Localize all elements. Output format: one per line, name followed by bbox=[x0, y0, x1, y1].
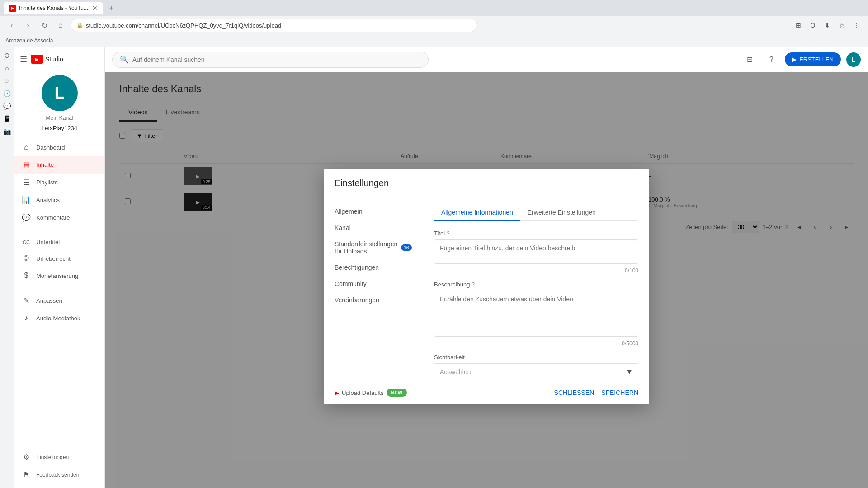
back-button[interactable]: ‹ bbox=[5, 19, 18, 32]
sidebar-item-inhalte[interactable]: ▦ Inhalte bbox=[14, 156, 104, 174]
anpassen-icon: ✎ bbox=[22, 296, 31, 305]
tab-favicon: ▶ bbox=[9, 5, 16, 12]
visibility-select[interactable]: Auswählen Öffentlich Nicht gelistet Priv… bbox=[434, 363, 638, 380]
tab-title: Inhalte des Kanals - YouTu... bbox=[19, 5, 88, 11]
dashboard-icon: ⌂ bbox=[22, 143, 31, 151]
tab-close-button[interactable]: ✕ bbox=[92, 5, 98, 12]
sidebar-whatsapp-icon[interactable]: 📱 bbox=[2, 114, 12, 124]
browser-actions: ⊞ O ⬇ ☆ ⋮ bbox=[792, 19, 863, 32]
save-button[interactable]: SPEICHERN bbox=[601, 389, 638, 396]
sidebar-divider-2 bbox=[14, 288, 104, 288]
upload-defaults-icon: ▶ bbox=[335, 389, 339, 396]
standardeinstellungen-badge: 16 bbox=[401, 244, 412, 251]
apps-icon-btn[interactable]: ⊞ bbox=[741, 52, 758, 68]
sidebar-instagram-icon[interactable]: 📷 bbox=[2, 127, 12, 136]
menu-button[interactable]: ⋮ bbox=[850, 19, 863, 32]
upload-defaults-label: Upload Defaults bbox=[342, 389, 384, 396]
bookmark-bar: Amazon.de Associa... bbox=[0, 34, 868, 47]
modal-nav-standardeinstellungen[interactable]: Standardeinstellungen für Uploads 16 bbox=[324, 236, 423, 259]
title-input[interactable] bbox=[434, 239, 638, 264]
sidebar-nav: ⌂ Dashboard ▦ Inhalte ☰ Playlists 📊 Anal… bbox=[14, 139, 104, 327]
profile-button[interactable]: O bbox=[807, 19, 819, 32]
sidebar-bookmark-icon[interactable]: ☆ bbox=[2, 76, 12, 86]
settings-modal: Einstellungen Allgemein Kanal Standardei… bbox=[324, 169, 649, 404]
browser-controls: ‹ › ↻ ⌂ 🔒 studio.youtube.com/channel/UCo… bbox=[0, 16, 868, 34]
search-input[interactable] bbox=[132, 56, 421, 63]
monetarisierung-icon: $ bbox=[22, 272, 31, 280]
lock-icon: 🔒 bbox=[76, 22, 83, 28]
sidebar-item-untertitel[interactable]: CC Untertitel bbox=[14, 234, 104, 250]
studio-sidebar: ☰ Studio L Mein Kanal LetsPlay1234 ⌂ Das… bbox=[14, 47, 105, 488]
channel-label-text: Mein Kanal bbox=[46, 115, 73, 121]
modal-nav-vereinbarungen[interactable]: Vereinbarungen bbox=[324, 292, 423, 308]
sidebar-messenger-icon[interactable]: 💬 bbox=[2, 101, 12, 111]
title-label: Titel ? bbox=[434, 230, 638, 237]
channel-avatar: L bbox=[42, 75, 78, 111]
youtube-logo-icon bbox=[31, 55, 43, 64]
sidebar-item-audio[interactable]: ♪ Audio-Mediathek bbox=[14, 310, 104, 327]
new-tab-button[interactable]: + bbox=[105, 2, 118, 14]
create-button[interactable]: ▶ ERSTELLEN bbox=[785, 52, 841, 66]
sidebar-item-dashboard[interactable]: ⌂ Dashboard bbox=[14, 139, 104, 156]
sidebar-item-playlists[interactable]: ☰ Playlists bbox=[14, 174, 104, 191]
amazon-bookmark[interactable]: Amazon.de Associa... bbox=[5, 38, 57, 44]
modal-tab-allgemeine-info[interactable]: Allgemeine Informationen bbox=[434, 205, 520, 221]
create-label: ERSTELLEN bbox=[799, 56, 834, 63]
address-bar[interactable]: 🔒 studio.youtube.com/channel/UCocN6zQPHQ… bbox=[71, 19, 477, 32]
sidebar-item-einstellungen[interactable]: ⚙ Einstellungen bbox=[14, 448, 104, 466]
modal-tab-erweiterte[interactable]: Erweiterte Einstellungen bbox=[520, 205, 603, 221]
kommentare-icon: 💬 bbox=[22, 213, 31, 222]
modal-header: Einstellungen bbox=[324, 169, 649, 196]
browser-tab[interactable]: ▶ Inhalte des Kanals - YouTu... ✕ bbox=[4, 2, 103, 14]
sidebar-item-anpassen[interactable]: ✎ Anpassen bbox=[14, 292, 104, 310]
sidebar-item-monetarisierung[interactable]: $ Monetarisierung bbox=[14, 267, 104, 284]
modal-nav-community[interactable]: Community bbox=[324, 276, 423, 292]
sidebar-opera-icon[interactable]: O bbox=[2, 51, 12, 61]
modal-nav-allgemein[interactable]: Allgemein bbox=[324, 203, 423, 220]
modal-content-area: Allgemeine Informationen Erweiterte Eins… bbox=[423, 196, 649, 381]
sidebar-item-analytics[interactable]: 📊 Analytics bbox=[14, 191, 104, 209]
sidebar-label-einstellungen: Einstellungen bbox=[36, 454, 69, 460]
upload-defaults-button[interactable]: ▶ Upload Defaults NEW bbox=[335, 389, 407, 397]
home-button[interactable]: ⌂ bbox=[54, 19, 67, 32]
studio-label: Studio bbox=[45, 56, 63, 63]
modal-sidebar: Allgemein Kanal Standardeinstellungen fü… bbox=[324, 196, 423, 381]
sidebar-label-feedback: Feedback senden bbox=[36, 472, 79, 478]
description-field: Beschreibung ? 0/5000 bbox=[434, 281, 638, 347]
search-box[interactable]: 🔍 bbox=[112, 52, 429, 68]
title-help-icon[interactable]: ? bbox=[447, 230, 450, 237]
sidebar-item-urheberrecht[interactable]: © Urheberrecht bbox=[14, 250, 104, 267]
sidebar-item-more[interactable]: ••• bbox=[14, 483, 104, 488]
description-help-icon[interactable]: ? bbox=[472, 282, 475, 288]
sidebar-history-icon[interactable]: 🕐 bbox=[2, 89, 12, 99]
sidebar-home-icon[interactable]: ⌂ bbox=[2, 63, 12, 73]
sidebar-header: ☰ Studio bbox=[14, 51, 104, 68]
bookmark-button[interactable]: ☆ bbox=[835, 19, 848, 32]
sidebar-item-kommentare[interactable]: 💬 Kommentare bbox=[14, 209, 104, 226]
top-bar: 🔍 ⊞ ? ▶ ERSTELLEN L bbox=[105, 47, 868, 72]
description-input[interactable] bbox=[434, 291, 638, 337]
description-label: Beschreibung ? bbox=[434, 281, 638, 288]
sidebar-label-monetarisierung: Monetarisierung bbox=[36, 272, 78, 279]
sidebar-item-feedback[interactable]: ⚑ Feedback senden bbox=[14, 466, 104, 483]
sidebar-label-playlists: Playlists bbox=[36, 179, 58, 186]
sidebar-label-analytics: Analytics bbox=[36, 197, 60, 203]
browser-frame: ▶ Inhalte des Kanals - YouTu... ✕ + ‹ › … bbox=[0, 0, 868, 488]
sidebar-label-urheberrecht: Urheberrecht bbox=[36, 255, 71, 262]
forward-button[interactable]: › bbox=[22, 19, 34, 32]
download-button[interactable]: ⬇ bbox=[821, 19, 834, 32]
modal-nav-berechtigungen[interactable]: Berechtigungen bbox=[324, 259, 423, 276]
close-button[interactable]: SCHLIESSEN bbox=[554, 389, 594, 396]
title-field: Titel ? 0/100 bbox=[434, 230, 638, 274]
browser-titlebar: ▶ Inhalte des Kanals - YouTu... ✕ + bbox=[0, 0, 868, 16]
avatar-button[interactable]: L bbox=[846, 52, 861, 67]
sidebar-divider bbox=[14, 230, 104, 230]
help-button[interactable]: ? bbox=[763, 52, 779, 68]
modal-nav-kanal[interactable]: Kanal bbox=[324, 220, 423, 236]
refresh-button[interactable]: ↻ bbox=[38, 19, 51, 32]
hamburger-icon[interactable]: ☰ bbox=[20, 54, 27, 64]
sidebar-label-kommentare: Kommentare bbox=[36, 214, 70, 221]
audio-icon: ♪ bbox=[22, 314, 31, 322]
visibility-select-wrapper: Auswählen Öffentlich Nicht gelistet Priv… bbox=[434, 363, 638, 380]
extensions-button[interactable]: ⊞ bbox=[792, 19, 805, 32]
